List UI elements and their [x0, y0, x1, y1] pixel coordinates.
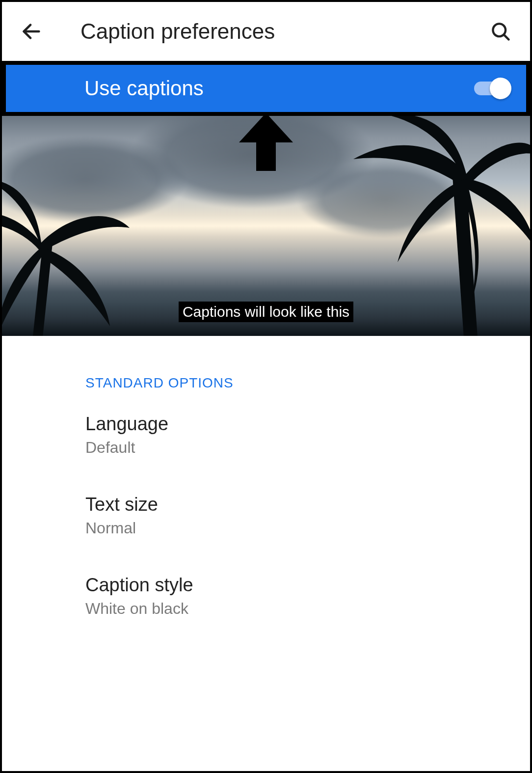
use-captions-label: Use captions — [84, 77, 472, 100]
option-title: Caption style — [85, 575, 530, 596]
svg-marker-5 — [239, 116, 293, 171]
search-icon — [490, 21, 511, 42]
option-value: Normal — [85, 519, 530, 537]
option-value: Default — [85, 439, 530, 457]
use-captions-row[interactable]: Use captions — [6, 65, 526, 112]
arrow-up-icon — [239, 116, 293, 177]
option-title: Text size — [85, 494, 530, 515]
option-title: Language — [85, 414, 530, 435]
app-header: Caption preferences — [2, 2, 530, 61]
use-captions-toggle[interactable] — [472, 78, 511, 99]
option-caption-style[interactable]: Caption style White on black — [2, 552, 530, 618]
caption-sample-text: Captions will look like this — [179, 302, 353, 322]
page-title: Caption preferences — [80, 19, 486, 44]
search-button[interactable] — [486, 17, 515, 46]
option-value: White on black — [85, 600, 530, 618]
option-language[interactable]: Language Default — [2, 391, 530, 457]
back-button[interactable] — [17, 17, 46, 46]
use-captions-row-highlight: Use captions — [2, 61, 530, 116]
caption-sample-container: Captions will look like this — [2, 302, 530, 322]
option-text-size[interactable]: Text size Normal — [2, 471, 530, 537]
annotation-arrow — [239, 116, 293, 177]
caption-preview-image: Captions will look like this — [2, 116, 530, 336]
arrow-left-icon — [20, 20, 43, 43]
toggle-thumb — [490, 78, 511, 99]
section-heading-standard-options: STANDARD OPTIONS — [2, 336, 530, 391]
svg-line-2 — [504, 34, 508, 39]
